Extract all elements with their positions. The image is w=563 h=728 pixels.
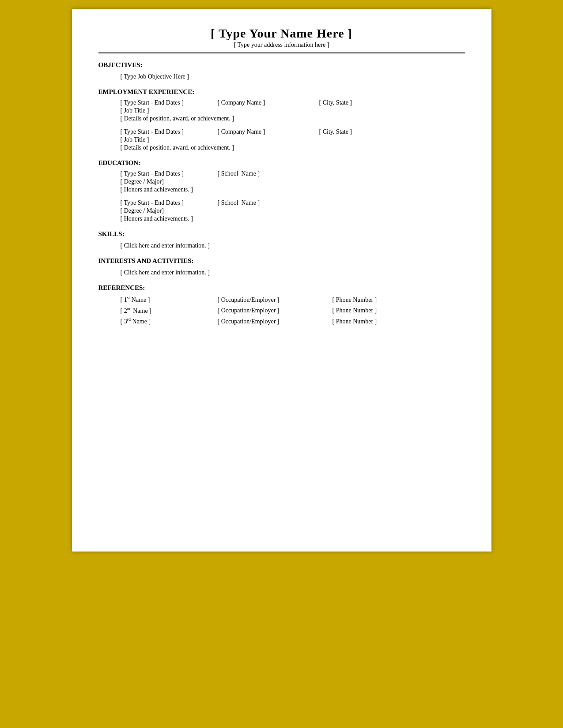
skills-content: [ Click here and enter information. ] <box>98 241 465 249</box>
edu-row1-1: [ Type Start - End Dates ] [ School Name… <box>121 170 465 177</box>
edu2-school[interactable]: [ School Name ] <box>218 199 260 206</box>
emp1-dates[interactable]: [ Type Start - End Dates ] <box>121 99 218 106</box>
skills-title: SKILLS: <box>98 230 465 238</box>
emp2-details[interactable]: [ Details of position, award, or achieve… <box>121 144 465 151</box>
resume-page: [ Type Your Name Here ] [ Type your addr… <box>72 9 491 552</box>
ref1-phone[interactable]: [ Phone Number ] <box>333 296 377 304</box>
emp2-company[interactable]: [ Company Name ] <box>218 128 319 135</box>
ref2-phone[interactable]: [ Phone Number ] <box>333 307 377 314</box>
objectives-text[interactable]: [ Type Job Objective Here ] <box>121 73 189 80</box>
employment-section: EMPLOYMENT EXPERIENCE: [ Type Start - En… <box>98 88 465 151</box>
education-entry-2: [ Type Start - End Dates ] [ School Name… <box>121 199 465 222</box>
references-content: [ 1st Name ] [ Occupation/Employer ] [ P… <box>98 295 465 325</box>
ref2-occupation[interactable]: [ Occupation/Employer ] <box>218 307 333 314</box>
ref2-name[interactable]: [ 2nd Name ] <box>121 306 218 315</box>
education-entry-1: [ Type Start - End Dates ] [ School Name… <box>121 170 465 193</box>
emp1-city[interactable]: [ City, State ] <box>319 99 352 106</box>
education-content: [ Type Start - End Dates ] [ School Name… <box>98 170 465 222</box>
header-rule <box>98 52 465 53</box>
education-section: EDUCATION: [ Type Start - End Dates ] [ … <box>98 159 465 222</box>
employment-title: EMPLOYMENT EXPERIENCE: <box>98 88 465 96</box>
edu2-dates[interactable]: [ Type Start - End Dates ] <box>121 199 218 206</box>
emp1-details[interactable]: [ Details of position, award, or achieve… <box>121 115 465 122</box>
employment-entry-1: [ Type Start - End Dates ] [ Company Nam… <box>121 99 465 122</box>
skills-text[interactable]: [ Click here and enter information. ] <box>121 242 210 249</box>
emp1-jobtitle[interactable]: [ Job Title ] <box>121 107 465 114</box>
references-title: REFERENCES: <box>98 284 465 292</box>
objectives-title: OBJECTIVES: <box>98 61 465 69</box>
edu-row1-2: [ Type Start - End Dates ] [ School Name… <box>121 199 465 206</box>
reference-row-1: [ 1st Name ] [ Occupation/Employer ] [ P… <box>121 295 465 304</box>
interests-text[interactable]: [ Click here and enter information. ] <box>121 269 210 276</box>
interests-content: [ Click here and enter information. ] <box>98 268 465 276</box>
employment-content: [ Type Start - End Dates ] [ Company Nam… <box>98 99 465 151</box>
emp2-jobtitle[interactable]: [ Job Title ] <box>121 136 465 143</box>
objectives-section: OBJECTIVES: [ Type Job Objective Here ] <box>98 61 465 80</box>
address-line[interactable]: [ Type your address information here ] <box>98 41 465 49</box>
education-title: EDUCATION: <box>98 159 465 167</box>
references-section: REFERENCES: [ 1st Name ] [ Occupation/Em… <box>98 284 465 325</box>
ref3-occupation[interactable]: [ Occupation/Employer ] <box>218 318 333 325</box>
edu2-degree[interactable]: [ Degree / Major] <box>121 207 465 214</box>
edu1-dates[interactable]: [ Type Start - End Dates ] <box>121 170 218 177</box>
edu1-honors[interactable]: [ Honors and achievements. ] <box>121 186 465 193</box>
header: [ Type Your Name Here ] [ Type your addr… <box>98 26 465 49</box>
name-title[interactable]: [ Type Your Name Here ] <box>98 26 465 41</box>
employment-entry-2: [ Type Start - End Dates ] [ Company Nam… <box>121 128 465 151</box>
ref3-name[interactable]: [ 3rd Name ] <box>121 317 218 325</box>
ref1-occupation[interactable]: [ Occupation/Employer ] <box>218 296 333 304</box>
edu2-honors[interactable]: [ Honors and achievements. ] <box>121 215 465 222</box>
skills-section: SKILLS: [ Click here and enter informati… <box>98 230 465 249</box>
ref1-name[interactable]: [ 1st Name ] <box>121 295 218 304</box>
reference-row-3: [ 3rd Name ] [ Occupation/Employer ] [ P… <box>121 317 465 325</box>
interests-section: INTERESTS AND ACTIVITIES: [ Click here a… <box>98 257 465 276</box>
reference-row-2: [ 2nd Name ] [ Occupation/Employer ] [ P… <box>121 306 465 315</box>
emp2-city[interactable]: [ City, State ] <box>319 128 352 135</box>
objectives-content: [ Type Job Objective Here ] <box>98 72 465 80</box>
emp2-dates[interactable]: [ Type Start - End Dates ] <box>121 128 218 135</box>
interests-title: INTERESTS AND ACTIVITIES: <box>98 257 465 265</box>
ref3-phone[interactable]: [ Phone Number ] <box>333 318 377 325</box>
edu1-school[interactable]: [ School Name ] <box>218 170 260 177</box>
edu1-degree[interactable]: [ Degree / Major] <box>121 178 465 185</box>
emp1-company[interactable]: [ Company Name ] <box>218 99 319 106</box>
employment-row1-2: [ Type Start - End Dates ] [ Company Nam… <box>121 128 465 135</box>
employment-row1-1: [ Type Start - End Dates ] [ Company Nam… <box>121 99 465 106</box>
